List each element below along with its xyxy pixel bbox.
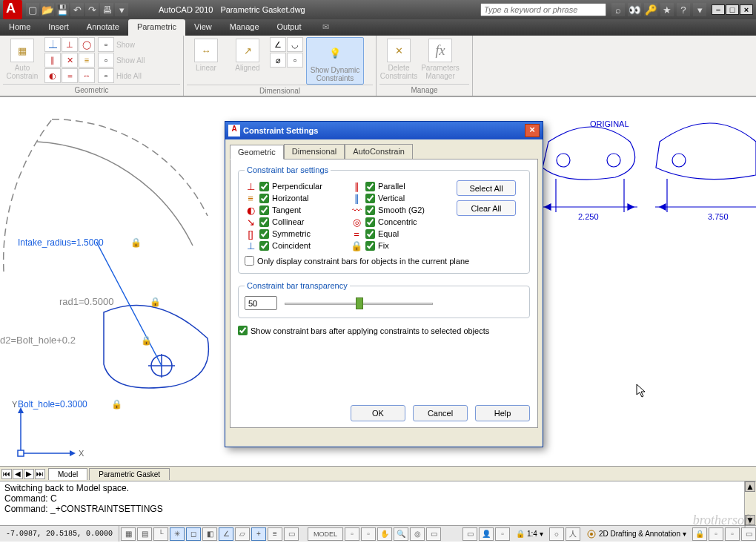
3dosnap-toggle[interactable]: ◧ [202, 527, 217, 541]
tab-home[interactable]: Home [0, 19, 39, 36]
hideall-button[interactable]: Hide All [115, 68, 159, 83]
qat-open-icon[interactable]: 📂 [41, 3, 54, 16]
clear-all-button[interactable]: Clear All [457, 200, 516, 216]
gc-tangent-icon[interactable]: ◐ [44, 68, 61, 83]
chk-current-plane[interactable]: Only display constraint bars for objects… [245, 251, 523, 266]
slider-thumb[interactable] [356, 297, 363, 309]
linear-button[interactable]: ↔Linear [187, 37, 225, 72]
layout-nav[interactable]: ⏮◀▶⏭ [0, 469, 47, 479]
chk-coincident[interactable]: ⊥Coincident [245, 240, 343, 251]
infocenter-icon[interactable]: ⌕ [611, 3, 625, 16]
gc-coincident-icon[interactable]: ⏊ [44, 37, 61, 52]
lwt-toggle[interactable]: ≡ [268, 527, 282, 541]
qat-redo-icon[interactable]: ↷ [85, 3, 99, 16]
tab-layout[interactable]: Parametric Gasket [89, 468, 170, 480]
tab-view[interactable]: View [185, 19, 221, 36]
select-all-button[interactable]: Select All [457, 180, 516, 196]
transparency-slider[interactable] [285, 297, 433, 309]
cancel-button[interactable]: Cancel [413, 405, 468, 421]
qat-undo-icon[interactable]: ↶ [70, 3, 84, 16]
scroll-up-icon[interactable]: ▲ [745, 481, 755, 492]
tab-parametric[interactable]: Parametric [128, 19, 185, 36]
tab-model[interactable]: Model [48, 468, 87, 480]
gc-sym-icon[interactable]: ↔ [79, 68, 95, 83]
grid-toggle[interactable]: ▤ [137, 527, 152, 541]
object-iso-icon[interactable]: ▫ [725, 527, 740, 541]
annoscale-icon[interactable]: ▭ [462, 527, 477, 541]
gc-perp-icon[interactable]: ⊥ [62, 37, 78, 52]
gc-colinear-icon[interactable]: ◯ [79, 37, 95, 52]
tab-manage[interactable]: Manage [221, 19, 268, 36]
close-button[interactable]: × [740, 4, 753, 15]
geometric-constraint-grid[interactable]: ⏊⊥◯ ∥✕≡ ◐＝↔ [44, 37, 95, 83]
dialog-titlebar[interactable]: A Constraint Settings × [225, 122, 543, 139]
quickview-drawings-icon[interactable]: ▫ [361, 527, 376, 541]
annoall-icon[interactable]: ▫ [495, 527, 510, 541]
ortho-toggle[interactable]: └ [153, 527, 168, 541]
panel-dimensional-label[interactable]: Dimensional [187, 85, 373, 96]
chk-fix[interactable]: 🔒Fix [351, 240, 449, 251]
tab-output[interactable]: Output [268, 19, 311, 36]
panel-geometric-label[interactable]: Geometric [3, 84, 180, 96]
annotation-scale[interactable]: 🔒1:4▾ [511, 530, 548, 538]
ok-button[interactable]: OK [351, 405, 405, 421]
app-logo[interactable] [3, 0, 22, 19]
chk-horizontal[interactable]: ≡Horizontal [245, 192, 343, 204]
dtab-autoconstrain[interactable]: AutoConstrain [345, 144, 413, 159]
binoculars-icon[interactable]: 👀 [628, 3, 641, 16]
dropdown-icon[interactable]: ▾ [693, 3, 706, 16]
chk-perpendicular[interactable] [259, 182, 269, 191]
qp-toggle[interactable]: ▭ [284, 527, 299, 541]
dim-convert-icon[interactable]: ▫ [287, 53, 303, 68]
gc-vertical-icon[interactable]: ✕ [62, 53, 78, 68]
mail-icon[interactable]: ✉ [316, 19, 335, 36]
tab-annotate[interactable]: Annotate [78, 19, 128, 36]
transparency-input[interactable] [245, 296, 277, 310]
model-button[interactable]: MODEL [308, 527, 343, 541]
chk-collinear[interactable]: ↘Collinear [245, 216, 343, 228]
chk-symmetric[interactable]: []Symmetric [245, 228, 343, 240]
steering-icon[interactable]: ◎ [410, 527, 425, 541]
help-button[interactable]: Help [475, 405, 530, 421]
dim-small-grid[interactable]: ∠◡ ⌀▫ [270, 37, 303, 68]
key-icon[interactable]: 🔑 [644, 3, 657, 16]
delete-constraints-button[interactable]: ✕Delete Constraints [379, 37, 418, 80]
show-icon[interactable]: ▫ [98, 37, 114, 52]
chk-tangent[interactable]: ◐Tangent [245, 204, 343, 216]
scroll-down-icon[interactable]: ▼ [745, 515, 755, 525]
cmd-scrollbar[interactable]: ▲ ▼ [744, 481, 756, 525]
help-search[interactable] [480, 3, 606, 16]
showall-button[interactable]: Show All [115, 53, 159, 68]
ws-toggle-icon[interactable]: ☼ [549, 527, 564, 541]
show-dynamic-constraints-button[interactable]: 💡 Show Dynamic Constraints [306, 37, 364, 85]
ducs-toggle[interactable]: ▱ [235, 527, 250, 541]
chk-smooth[interactable]: 〰Smooth (G2) [351, 204, 449, 216]
hideall-icon[interactable]: ▫ [98, 68, 114, 83]
zoom-icon[interactable]: 🔍 [394, 527, 408, 541]
parameters-manager-button[interactable]: fxParameters Manager [421, 37, 460, 80]
chk-equal[interactable]: =Equal [351, 228, 449, 240]
otrack-toggle[interactable]: ∠ [219, 527, 233, 541]
cleanscreen-icon[interactable]: ▭ [741, 527, 756, 541]
dim-radius-icon[interactable]: ◡ [287, 37, 303, 52]
dtab-dimensional[interactable]: Dimensional [284, 144, 345, 159]
dtab-geometric[interactable]: Geometric [230, 145, 284, 159]
chk-vertical[interactable]: ‖Vertical [351, 192, 449, 204]
gc-horizontal-icon[interactable]: ≡ [79, 53, 95, 68]
pan-icon[interactable]: ✋ [377, 527, 392, 541]
chk-concentric[interactable]: ◎Concentric [351, 216, 449, 228]
auto-constrain-button[interactable]: ▦ Auto Constrain [3, 37, 42, 80]
ws-lock-icon[interactable]: 人 [566, 527, 580, 541]
hardware-accel-icon[interactable]: ▫ [709, 527, 723, 541]
osnap-toggle[interactable]: ◻ [186, 527, 201, 541]
qat-save-icon[interactable]: 💾 [56, 3, 69, 16]
chkk-perpendicular[interactable]: ⊥Perpendicular [245, 180, 343, 192]
chk-parallel[interactable]: ∥Parallel [351, 180, 449, 192]
search-input[interactable] [480, 3, 606, 16]
command-window[interactable]: Switching back to Model space. Command: … [0, 481, 756, 525]
gc-equal-icon[interactable]: ＝ [62, 68, 78, 83]
showall-icon[interactable]: ▫ [98, 53, 114, 68]
maximize-button[interactable]: □ [726, 4, 739, 15]
coordinates[interactable]: -7.0987, 20.5185, 0.0000 [0, 526, 119, 542]
dim-angular-icon[interactable]: ∠ [270, 37, 286, 52]
